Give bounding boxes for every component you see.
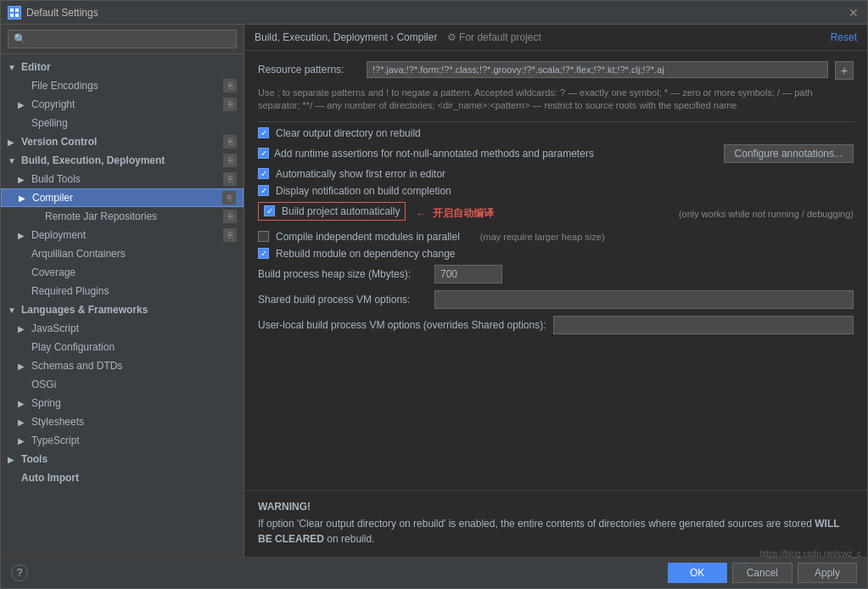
checkbox-rebuild-dependency: ✓ Rebuild module on dependency change — [258, 248, 854, 260]
sidebar-item-tools[interactable]: ▶ Tools — [1, 450, 244, 468]
configure-annotations-button[interactable]: Configure annotations... — [724, 144, 854, 163]
sidebar-item-label: TypeScript — [31, 435, 237, 446]
settings-window: Default Settings ✕ ▼ Editor File Encodin… — [0, 0, 868, 589]
expand-arrow-sd: ▶ — [18, 362, 31, 371]
checkbox-compile-parallel-check[interactable] — [258, 231, 269, 242]
heap-size-input[interactable] — [434, 265, 502, 283]
app-icon — [8, 6, 21, 20]
sidebar-item-label: Spelling — [31, 117, 237, 129]
main-content: ▼ Editor File Encodings ⎘ ▶ Copyright ⎘ … — [1, 25, 867, 557]
warning-box: WARNING! If option 'Clear output directo… — [244, 490, 867, 557]
reset-link[interactable]: Reset — [831, 31, 857, 43]
expand-arrow-deployment: ▶ — [18, 231, 31, 240]
sidebar-item-javascript[interactable]: ▶ JavaScript — [1, 319, 244, 338]
sidebar-item-label: JavaScript — [31, 323, 237, 334]
sidebar-item-label: File Encodings — [31, 80, 223, 92]
resource-patterns-label: Resource patterns: — [258, 61, 360, 76]
sidebar-item-stylesheets[interactable]: ▶ Stylesheets — [1, 412, 244, 431]
sidebar-item-file-encodings[interactable]: File Encodings ⎘ — [1, 76, 244, 95]
checkbox-rebuild-dependency-check[interactable]: ✓ — [258, 248, 269, 259]
sidebar-item-auto-import[interactable]: Auto Import — [1, 468, 244, 487]
compile-parallel-note: (may require larger heap size) — [480, 232, 605, 242]
sidebar-item-arquillian[interactable]: Arquillian Containers — [1, 244, 244, 263]
sidebar-item-label: Play Configuration — [31, 341, 237, 353]
annotation-text: 开启自动编译 — [433, 206, 494, 221]
copy-icon: ⎘ — [223, 79, 237, 93]
svg-rect-2 — [10, 14, 14, 17]
sidebar-item-label: Required Plugins — [31, 285, 237, 297]
resource-patterns-input[interactable] — [367, 61, 828, 78]
checkbox-display-notification-check[interactable]: ✓ — [258, 185, 269, 196]
sidebar-item-label: Version Control — [21, 136, 223, 148]
warning-text: If option 'Clear output directory on reb… — [258, 516, 854, 547]
sidebar-item-label: Build, Execution, Deployment — [21, 154, 223, 166]
warning-title: WARNING! — [258, 501, 854, 513]
sidebar-item-compiler[interactable]: ▶ Compiler ⎘ — [1, 188, 244, 207]
build-auto-row: ✓ Build project automatically — [258, 202, 406, 221]
sidebar-item-deployment[interactable]: ▶ Deployment ⎘ — [1, 226, 244, 244]
expand-arrow-spring: ▶ — [18, 399, 31, 408]
sidebar-item-required-plugins[interactable]: Required Plugins — [1, 282, 244, 300]
sidebar-item-languages-frameworks[interactable]: ▼ Languages & Frameworks — [1, 300, 244, 319]
warning-text-end: on rebuild. — [324, 533, 374, 545]
shared-vm-input[interactable] — [434, 290, 854, 309]
sidebar-item-editor[interactable]: ▼ Editor — [1, 58, 244, 76]
expand-arrow-vc: ▶ — [8, 137, 21, 147]
cancel-button[interactable]: Cancel — [732, 563, 792, 583]
expand-arrow-ts: ▶ — [18, 436, 31, 446]
close-button[interactable]: ✕ — [847, 6, 860, 20]
sidebar-item-schemas-dtds[interactable]: ▶ Schemas and DTDs — [1, 356, 244, 375]
sidebar-item-spring[interactable]: ▶ Spring — [1, 394, 244, 412]
compile-parallel-container: Compile independent modules in parallel … — [258, 231, 854, 243]
apply-button[interactable]: Apply — [798, 563, 857, 583]
sidebar-item-label: Copyright — [31, 98, 223, 110]
sidebar-item-remote-jar[interactable]: Remote Jar Repositories ⎘ — [1, 207, 244, 226]
svg-rect-0 — [10, 8, 14, 12]
sidebar: ▼ Editor File Encodings ⎘ ▶ Copyright ⎘ … — [1, 25, 244, 557]
window-title: Default Settings — [26, 7, 98, 19]
sidebar-item-copyright[interactable]: ▶ Copyright ⎘ — [1, 95, 244, 114]
expand-arrow-css: ▶ — [18, 418, 31, 427]
search-input[interactable] — [8, 30, 237, 48]
user-local-vm-row: User-local build process VM options (ove… — [258, 316, 854, 334]
sidebar-item-label: Compiler — [32, 192, 222, 204]
user-local-vm-label: User-local build process VM options (ove… — [258, 319, 546, 331]
checkbox-show-first-error-label: Automatically show first error in editor — [276, 168, 445, 180]
bottom-left: ? — [11, 564, 28, 581]
panel-header: Build, Execution, Deployment › Compiler … — [244, 25, 867, 51]
sidebar-item-label: Auto Import — [21, 472, 237, 484]
user-local-vm-input[interactable] — [553, 316, 854, 334]
sidebar-item-label: Editor — [21, 61, 237, 73]
sidebar-item-build-tools[interactable]: ▶ Build Tools ⎘ — [1, 170, 244, 188]
sidebar-item-play-configuration[interactable]: Play Configuration — [1, 338, 244, 356]
copy-icon: ⎘ — [223, 98, 237, 111]
checkbox-build-auto-label: Build project automatically — [282, 205, 400, 217]
expand-arrow-js: ▶ — [18, 324, 31, 334]
sidebar-item-osgi[interactable]: OSGi — [1, 375, 244, 394]
sidebar-item-typescript[interactable]: ▶ TypeScript — [1, 431, 244, 450]
add-pattern-button[interactable]: + — [835, 61, 854, 80]
sidebar-item-coverage[interactable]: Coverage — [1, 263, 244, 282]
expand-arrow-lf: ▼ — [8, 306, 21, 315]
bottom-right: OK Cancel Apply — [668, 563, 857, 583]
right-panel: Build, Execution, Deployment › Compiler … — [244, 25, 867, 557]
breadcrumb: Build, Execution, Deployment › Compiler … — [255, 31, 541, 43]
shared-vm-row: Shared build process VM options: — [258, 290, 854, 309]
title-bar-left: Default Settings — [8, 6, 98, 20]
sidebar-item-build-execution-deployment[interactable]: ▼ Build, Execution, Deployment ⎘ — [1, 151, 244, 170]
sidebar-item-version-control[interactable]: ▶ Version Control ⎘ — [1, 132, 244, 151]
help-button[interactable]: ? — [11, 564, 28, 581]
checkbox-clear-output: ✓ Clear output directory on rebuild — [258, 127, 854, 139]
heap-size-label: Build process heap size (Mbytes): — [258, 268, 428, 280]
checkbox-runtime-assertions-label: Add runtime assertions for not-null-anno… — [274, 148, 594, 160]
checkbox-show-first-error-check[interactable]: ✓ — [258, 168, 269, 179]
checkbox-clear-output-check[interactable]: ✓ — [258, 127, 269, 138]
hint-text: Use ; to separate patterns and ! to nega… — [258, 87, 854, 113]
ok-button[interactable]: OK — [668, 563, 727, 583]
checkbox-build-auto-check[interactable]: ✓ — [264, 205, 275, 216]
sidebar-item-spelling[interactable]: Spelling — [1, 114, 244, 132]
checkbox-compile-parallel-label: Compile independent modules in parallel — [276, 231, 460, 243]
search-bar — [1, 25, 244, 54]
checkbox-runtime-assertions-check[interactable]: ✓ — [258, 148, 269, 159]
sidebar-item-label: Schemas and DTDs — [31, 360, 237, 372]
